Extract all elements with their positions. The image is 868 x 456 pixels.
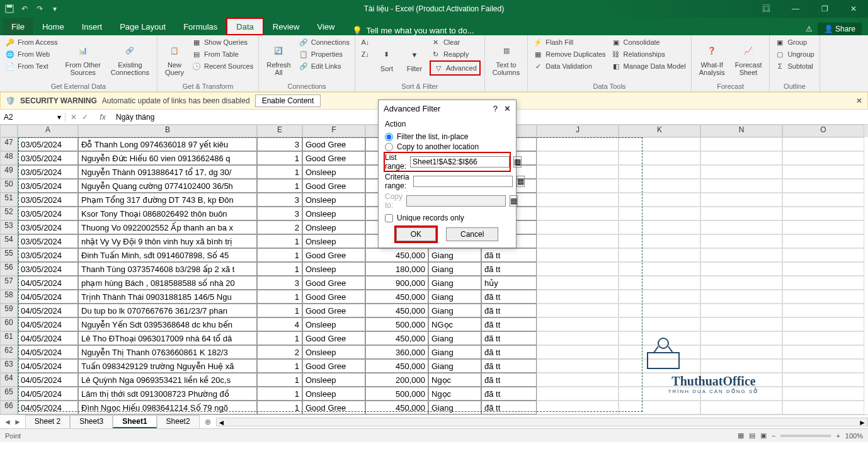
- horizontal-scrollbar[interactable]: ◄►: [216, 418, 868, 426]
- column-header[interactable]: F: [302, 125, 365, 137]
- sort-za-button[interactable]: Z↓: [359, 48, 372, 60]
- cell[interactable]: [537, 179, 619, 193]
- consolidate-button[interactable]: ▣Consolidate: [610, 37, 687, 48]
- cell[interactable]: [700, 193, 782, 207]
- cell[interactable]: Giang: [428, 276, 481, 290]
- row-header[interactable]: 58: [0, 290, 18, 304]
- cell[interactable]: [619, 193, 700, 207]
- cell[interactable]: 04/05/2024: [18, 345, 78, 359]
- cell[interactable]: 03/05/2024: [18, 262, 78, 276]
- cell[interactable]: Onsleep: [302, 317, 365, 331]
- cell[interactable]: 03/05/2024: [18, 165, 78, 179]
- cell[interactable]: [782, 373, 864, 387]
- cell[interactable]: [537, 317, 619, 331]
- cell[interactable]: Đinh Tuấn Minh, sđt 0914607898, Số 45: [78, 248, 257, 262]
- column-header[interactable]: J: [537, 125, 619, 137]
- sheet-tab[interactable]: Sheet 2: [25, 415, 70, 428]
- tab-review[interactable]: Review: [264, 18, 309, 35]
- cell[interactable]: [619, 165, 700, 179]
- cell[interactable]: 3: [257, 207, 302, 220]
- cell[interactable]: [700, 304, 782, 317]
- new-query-button[interactable]: 📋New Query: [161, 37, 188, 81]
- cell[interactable]: [537, 151, 619, 165]
- row-header[interactable]: 47: [0, 137, 18, 151]
- cell[interactable]: Giang: [428, 248, 481, 262]
- group-button[interactable]: ▣Group: [774, 37, 815, 48]
- sheet-tab[interactable]: Sheet2: [157, 415, 200, 428]
- cell[interactable]: 03/05/2024: [18, 137, 78, 151]
- whatif-button[interactable]: ❓What-If Analysis: [695, 37, 729, 81]
- radio-filter-inplace[interactable]: Filter the list, in-place: [385, 132, 510, 141]
- chevron-down-icon[interactable]: ▾: [57, 113, 61, 122]
- cell[interactable]: Phạm Tổng 317 đường DT 743 B, kp Đôn: [78, 193, 257, 207]
- cell[interactable]: [700, 248, 782, 262]
- tab-home[interactable]: Home: [33, 18, 73, 35]
- sheet-tab[interactable]: Sheet3: [70, 415, 113, 428]
- cell[interactable]: Tuấn 0983429129 trường Nguyễn Huệ xã: [78, 359, 257, 373]
- table-row[interactable]: 60 04/05/2024 Nguyễn Yến Sdt 0395368648 …: [0, 317, 868, 331]
- cell[interactable]: [782, 304, 864, 317]
- cell[interactable]: Ksor Tony Thoại 0868026492 thôn buôn: [78, 207, 257, 220]
- cell[interactable]: Nguyễn Đức Hiếu 60 vien 0913662486 q: [78, 151, 257, 165]
- cell[interactable]: [782, 137, 864, 151]
- cell[interactable]: [700, 276, 782, 290]
- cell[interactable]: 1: [257, 331, 302, 345]
- cell[interactable]: [782, 165, 864, 179]
- cell[interactable]: Onsleep: [302, 373, 365, 387]
- cell[interactable]: 500,000: [365, 317, 428, 331]
- cell[interactable]: [619, 359, 700, 373]
- cell[interactable]: 1: [257, 304, 302, 317]
- cell[interactable]: Onsleep: [302, 220, 365, 234]
- tell-me[interactable]: 💡Tell me what you want to do...: [352, 26, 474, 35]
- cell[interactable]: [782, 290, 864, 304]
- cell[interactable]: đã tt: [481, 359, 537, 373]
- qat-customize-icon[interactable]: ▾: [49, 3, 60, 14]
- cell[interactable]: [537, 304, 619, 317]
- cell[interactable]: Giang: [428, 262, 481, 276]
- cell[interactable]: 03/05/2024: [18, 248, 78, 262]
- cell[interactable]: 1: [257, 290, 302, 304]
- row-header[interactable]: 51: [0, 193, 18, 207]
- cell[interactable]: 200,000: [365, 373, 428, 387]
- cell[interactable]: đã tt: [481, 262, 537, 276]
- cancel-button[interactable]: Cancel: [446, 227, 498, 241]
- warning-icon[interactable]: ⚠: [806, 25, 813, 33]
- column-header[interactable]: E: [257, 125, 302, 137]
- tab-data[interactable]: Data: [226, 18, 263, 35]
- row-header[interactable]: 62: [0, 345, 18, 359]
- cell[interactable]: 450,000: [365, 290, 428, 304]
- row-header[interactable]: 65: [0, 387, 18, 401]
- from-access-button[interactable]: 🔑From Access: [4, 37, 59, 48]
- cell[interactable]: 03/05/2024: [18, 234, 78, 248]
- cell[interactable]: 03/05/2024: [18, 151, 78, 165]
- cell[interactable]: Nguyễn Thành 0913886417 tổ 17, dg 30/: [78, 165, 257, 179]
- properties-button[interactable]: 📋Properties: [297, 48, 351, 60]
- cell[interactable]: [537, 220, 619, 234]
- column-header[interactable]: N: [700, 125, 782, 137]
- view-normal-icon[interactable]: ▦: [738, 431, 744, 440]
- column-header[interactable]: O: [782, 125, 864, 137]
- cell[interactable]: Onsleep: [302, 262, 365, 276]
- reapply-button[interactable]: ↻Reapply: [430, 48, 481, 60]
- cell[interactable]: Onsleep: [302, 234, 365, 248]
- cell[interactable]: [700, 373, 782, 387]
- table-row[interactable]: 59 04/05/2024 Du tup bo lk 0707667676 36…: [0, 304, 868, 317]
- tab-insert[interactable]: Insert: [73, 18, 111, 35]
- table-row[interactable]: 55 03/05/2024 Đinh Tuấn Minh, sđt 091460…: [0, 248, 868, 262]
- cell[interactable]: 03/05/2024: [18, 220, 78, 234]
- cell[interactable]: 450,000: [365, 248, 428, 262]
- cell[interactable]: 360,000: [365, 345, 428, 359]
- cell[interactable]: Onsleep: [302, 193, 365, 207]
- from-text-button[interactable]: 📄From Text: [4, 60, 59, 72]
- remove-duplicates-button[interactable]: ▦Remove Duplicates: [532, 48, 607, 60]
- cell[interactable]: NGọc: [428, 317, 481, 331]
- cell[interactable]: [619, 345, 700, 359]
- tab-file[interactable]: File: [3, 18, 33, 35]
- cell[interactable]: [619, 401, 700, 414]
- table-row[interactable]: 56 03/05/2024 Thanh Tùng 0373574608 b3/2…: [0, 262, 868, 276]
- cell[interactable]: nhật Vy Vy Đội 9 thôn vinh huy xã bình t…: [78, 234, 257, 248]
- zoom-level[interactable]: 100%: [845, 432, 863, 440]
- cell[interactable]: 450,000: [365, 304, 428, 317]
- cell[interactable]: [782, 262, 864, 276]
- sheet-next-icon[interactable]: ►: [14, 418, 21, 426]
